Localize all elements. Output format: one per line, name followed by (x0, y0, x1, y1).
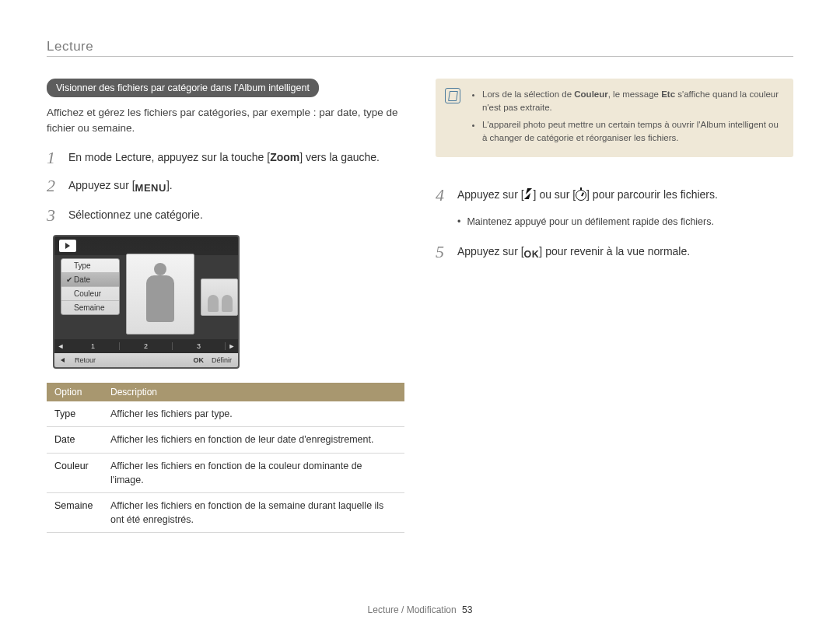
step-number: 3 (47, 207, 68, 224)
step-1-text-b: ] vers la gauche. (299, 151, 380, 163)
ok-icon-small: OK (193, 356, 204, 364)
step-4-text-mid: ] ou sur [ (534, 188, 576, 201)
back-label: Retour (75, 356, 96, 364)
timer-icon (576, 190, 586, 201)
thumbnail-small (201, 278, 238, 316)
step-1-text-a: En mode Lecture, appuyez sur la touche [ (68, 151, 270, 163)
col-option: Option (47, 383, 103, 401)
step-3: 3 Sélectionnez une catégorie. (47, 207, 404, 224)
playback-mode-icon (59, 240, 76, 252)
dropdown-item-color: Couleur (61, 287, 119, 301)
step-number: 5 (436, 243, 457, 261)
step-4: 4 Appuyez sur [] ou sur [] pour parcouri… (436, 187, 793, 204)
step-4-subbullet: Maintenez appuyé pour un défilement rapi… (457, 215, 793, 229)
dropdown-item-type: Type (61, 259, 119, 273)
camera-screen-illustration: Type ✔Date Couleur Semaine ◄ 1 2 3 ► (53, 235, 240, 369)
table-row: TypeAfficher les fichiers par type. (47, 401, 404, 427)
category-dropdown: Type ✔Date Couleur Semaine (61, 258, 120, 315)
note-box: Lors de la sélection de Couleur, le mess… (436, 79, 793, 157)
step-1: 1 En mode Lecture, appuyez sur la touche… (47, 149, 404, 166)
pager-left-icon: ◄ (54, 342, 67, 350)
thumbnail-large (126, 254, 194, 335)
note-line-1: Lors de la sélection de Couleur, le mess… (482, 88, 782, 115)
step-4-text-b: ] pour parcourir les fichiers. (586, 188, 718, 201)
set-label: Définir (212, 356, 232, 364)
subsection-heading-pill: Visionner des fichiers par catégorie dan… (47, 79, 319, 97)
col-description: Description (103, 383, 404, 401)
zoom-keyword: Zoom (270, 151, 299, 163)
menu-button-icon: MENU (135, 180, 166, 196)
step-4-text-a: Appuyez sur [ (457, 188, 524, 201)
pager-1: 1 (67, 342, 120, 350)
right-column: Lors de la sélection de Couleur, le mess… (436, 79, 793, 533)
dropdown-item-date-selected: ✔Date (61, 273, 119, 287)
step-2-text-b: ]. (166, 179, 173, 191)
pager-3: 3 (173, 342, 226, 350)
intro-text: Affichez et gérez les fichiers par catég… (47, 105, 404, 135)
step-2: 2 Appuyez sur [MENU]. (47, 177, 404, 196)
section-title: Lecture (47, 39, 793, 54)
step-5: 5 Appuyez sur [OK] pour revenir à la vue… (436, 243, 793, 262)
step-number: 2 (47, 177, 68, 194)
pager-right-icon: ► (226, 342, 238, 350)
step-5-text-b: ] pour revenir à la vue normale. (539, 245, 690, 257)
table-row: DateAfficher les fichiers en fonction de… (47, 427, 404, 453)
step-5-text-a: Appuyez sur [ (457, 245, 524, 257)
table-row: CouleurAfficher les fichiers en fonction… (47, 453, 404, 492)
note-line-2: L'appareil photo peut mettre un certain … (482, 118, 782, 145)
step-number: 1 (47, 149, 68, 166)
left-column: Visionner des fichiers par catégorie dan… (47, 79, 404, 533)
step-2-text-a: Appuyez sur [ (68, 179, 135, 191)
table-row: SemaineAfficher les fichiers en fonction… (47, 492, 404, 532)
screen-header (54, 236, 238, 255)
screen-pager: ◄ 1 2 3 ► (54, 339, 238, 353)
note-icon (445, 88, 460, 103)
screen-bottom-bar: Retour OK Définir (54, 353, 238, 367)
ok-button-icon: OK (524, 247, 540, 262)
flash-icon (524, 188, 534, 201)
page-footer: Lecture / Modification 53 (0, 604, 840, 615)
dropdown-item-week: Semaine (61, 301, 119, 314)
person-silhouette-icon (145, 263, 176, 325)
divider (47, 56, 793, 57)
footer-path: Lecture / Modification (368, 604, 457, 615)
step-number: 4 (436, 187, 457, 204)
step-3-text: Sélectionnez une catégorie. (68, 207, 203, 224)
back-arrow-icon (61, 358, 65, 363)
page-number: 53 (462, 604, 472, 615)
pager-2: 2 (120, 342, 173, 350)
options-table: Option Description TypeAfficher les fich… (47, 383, 404, 533)
